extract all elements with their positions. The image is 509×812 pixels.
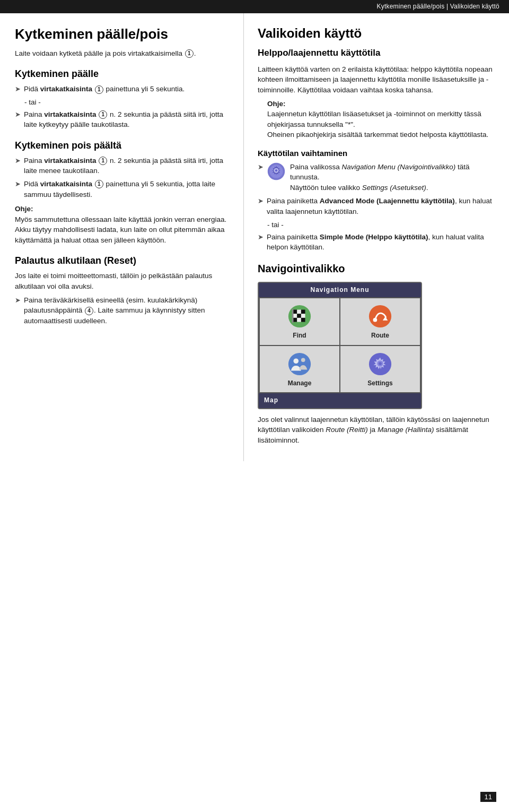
circle-1b: 1 [95,85,103,94]
header-text: Kytkeminen päälle/pois | Valikoiden käyt… [377,3,499,10]
circle-1: 1 [185,49,194,58]
arrow-icon-2: ➤ [15,110,21,120]
tai-separator-right: - tai - [258,220,497,230]
bullet-paina-virtakatkaisinta-1: ➤ Paina virtakatkaisinta 1 n. 2 sekuntia… [15,109,232,130]
page-number-container: 11 [480,792,496,802]
route-icon [367,304,393,329]
settings-label: Settings [367,379,392,388]
svg-rect-11 [293,318,297,322]
page-title: Kytkeminen päälle/pois [15,26,232,42]
section-helppo-title: Helppo/laajennettu käyttötila [258,47,497,60]
nav-menu-bottom-bar[interactable]: Map [259,393,421,408]
header-bar: Kytkeminen päälle/pois | Valikoiden käyt… [0,0,509,13]
arrow-icon-right-1: ➤ [258,162,264,172]
section-palautus-title: Palautus alkutilaan (Reset) [15,254,232,267]
arrow-icon: ➤ [15,84,21,94]
settings-icon [367,351,393,377]
route-label: Route [371,331,389,340]
content-wrapper: Kytkeminen päälle/pois Laite voidaan kyt… [0,13,509,461]
nav-menu-grid: Find Route [259,297,421,393]
svg-point-3 [275,169,278,171]
bullet-palautus: ➤ Paina teräväkärkisellä esineellä (esim… [15,295,232,326]
svg-rect-13 [301,318,305,322]
svg-point-17 [373,318,378,322]
left-column: Kytkeminen päälle/pois Laite voidaan kyt… [0,13,244,461]
svg-rect-6 [297,310,301,314]
bullet-nav-menu-text: Paina valikossa Navigation Menu (Navigoi… [290,162,497,193]
note-text-helppo-1: Laajennetun käyttötilan lisäasetukset ja… [267,110,481,128]
section-kayttotilan-vaihtaminen-title: Käyttötilan vaihtaminen [258,148,497,159]
section-kytkeminen-paalle-title: Kytkeminen päälle [15,67,232,81]
arrow-icon-right-2: ➤ [258,196,264,206]
note-text-pois: Myös sammutettuna ollessaan laite käyttä… [15,215,226,244]
tai-separator-1: - tai - [15,97,232,108]
gear-circle-svg [267,162,286,181]
circle-1e: 1 [95,180,103,188]
svg-point-18 [288,353,311,375]
right-column: Valikoiden käyttö Helppo/laajennettu käy… [244,13,509,461]
intro-text: Laite voidaan kytketä päälle ja pois vir… [15,48,232,59]
right-main-title: Valikoiden käyttö [258,26,497,41]
nav-cell-route[interactable]: Route [340,298,420,344]
page-number-badge: 11 [480,792,496,802]
bullet-simple-mode: ➤ Paina painiketta Simple Mode (Helppo k… [258,232,497,253]
svg-rect-7 [301,310,305,314]
bullet-advanced-mode: ➤ Paina painiketta Advanced Mode (Laajen… [258,196,497,217]
bullet-pida-virtakatkaisinta-2: ➤ Pidä virtakatkaisinta 1 painettuna yli… [15,179,232,200]
arrow-icon-4: ➤ [15,179,21,189]
section-kytkeminen-pois-title: Kytkeminen pois päältä [15,139,232,152]
nav-menu-title-bar: Navigation Menu [259,283,421,297]
svg-rect-14 [292,309,294,323]
note-block-helppo: Ohje: Laajennetun käyttötilan lisäasetuk… [258,99,497,140]
settings-gear-icon [267,162,286,184]
navigointivalikko-bottom-text: Jos olet valinnut laajennetun käyttötila… [258,414,497,446]
svg-rect-9 [297,314,301,318]
circle-1c: 1 [99,110,107,119]
svg-rect-5 [293,310,297,314]
bullet-pidä-virtakatkaisinta: ➤ Pidä virtakatkaisinta 1 painettuna yli… [15,84,232,94]
navigation-menu-mockup: Navigation Menu [258,282,422,409]
note-title-pois: Ohje: [15,205,33,213]
svg-rect-8 [293,314,297,318]
arrow-icon-5: ➤ [15,296,21,306]
svg-point-20 [301,358,305,362]
circle-4: 4 [85,307,93,315]
arrow-icon-3: ➤ [15,156,21,166]
note-block-pois: Ohje: Myös sammutettuna ollessaan laite … [15,204,232,245]
bullet-paina-virtakatkaisinta-2: ➤ Paina virtakatkaisinta 1 n. 2 sekuntia… [15,156,232,176]
find-icon [287,304,312,329]
svg-point-23 [379,362,382,365]
svg-rect-10 [301,314,305,318]
nav-cell-settings[interactable]: Settings [340,346,420,392]
svg-point-19 [293,358,299,364]
nav-cell-find[interactable]: Find [260,298,339,344]
bullet-simple-mode-text: Paina painiketta Simple Mode (Helppo käy… [267,232,497,253]
note-text-helppo-2: Oheinen pikaohjekirja sisältää tarkemmat… [267,131,488,139]
circle-1d: 1 [99,157,107,165]
manage-label: Manage [288,379,312,388]
helppo-intro: Laitteen käyttöä varten on 2 erilaista k… [258,64,497,96]
svg-point-15 [369,305,391,327]
svg-rect-12 [297,318,301,322]
section-navigointivalikko-title: Navigointivalikko [258,261,497,277]
find-label: Find [293,331,306,340]
bullet-navigation-menu: ➤ Paina valikossa Navigation Menu (Navig… [258,162,497,193]
arrow-icon-right-3: ➤ [258,232,264,243]
bullet-advanced-mode-text: Paina painiketta Advanced Mode (Laajenne… [267,196,497,217]
manage-icon [287,351,312,377]
note-title-helppo: Ohje: [267,100,286,108]
nav-cell-manage[interactable]: Manage [260,346,339,392]
palautus-intro: Jos laite ei toimi moitteettomasti, täll… [15,271,232,291]
